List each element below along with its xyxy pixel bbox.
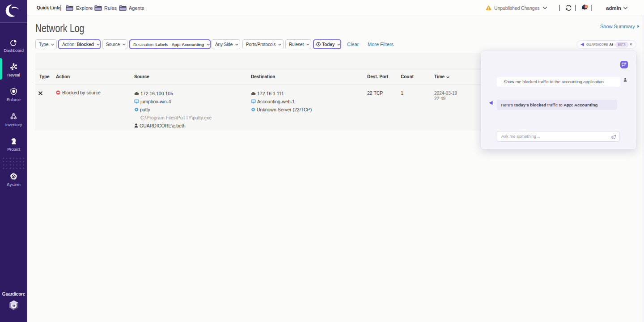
svg-text:15: 15	[585, 6, 588, 8]
